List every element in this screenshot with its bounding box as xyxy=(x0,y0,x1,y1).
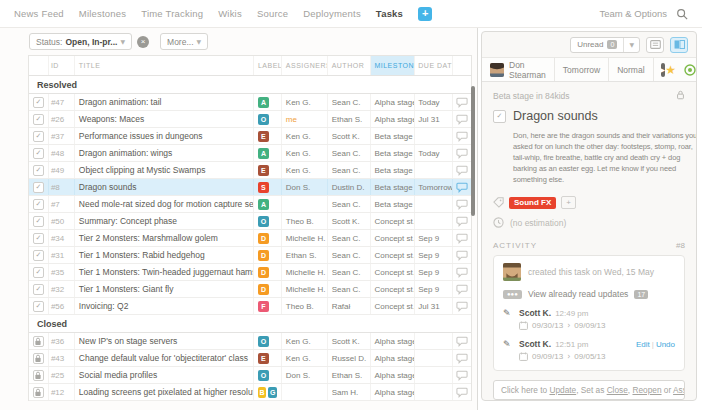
team-options-link[interactable]: Team & Options xyxy=(599,8,667,19)
comment-icon[interactable] xyxy=(453,333,471,349)
breadcrumb-text[interactable]: Beta stage in 84kids xyxy=(493,91,570,101)
row-checkbox[interactable]: ✓ xyxy=(33,182,44,193)
task-id: #31 xyxy=(49,247,75,263)
more-filters-button[interactable]: More... ▼ xyxy=(160,33,208,50)
row-checkbox[interactable]: ✓ xyxy=(33,97,44,108)
composer-link[interactable]: Assign to me xyxy=(673,385,685,395)
row-checkbox[interactable]: ✓ xyxy=(33,353,44,364)
task-row[interactable]: ✓ #8 Dragon sounds S Don S. Dustin D. Be… xyxy=(29,179,471,196)
column-header-due-date[interactable]: DUE DATE xyxy=(415,56,453,75)
comment-icon[interactable] xyxy=(453,298,471,314)
row-checkbox[interactable]: ✓ xyxy=(33,216,44,227)
comment-icon[interactable] xyxy=(453,145,471,161)
row-checkbox[interactable]: ✓ xyxy=(33,148,44,159)
comment-icon[interactable] xyxy=(453,281,471,297)
column-header-milestone[interactable]: MILESTONE xyxy=(371,56,415,75)
watching-icon[interactable] xyxy=(684,64,696,76)
composer-link[interactable]: Close xyxy=(607,385,628,395)
comment-icon[interactable] xyxy=(453,196,471,212)
task-id: #34 xyxy=(49,230,75,246)
column-header-labels[interactable]: LABELS xyxy=(254,56,282,75)
task-row[interactable]: ✓ #32 Tier 1 Monsters: Giant fly D Miche… xyxy=(29,281,471,298)
row-checkbox[interactable]: ✓ xyxy=(33,233,44,244)
row-checkbox[interactable]: ✓ xyxy=(33,131,44,142)
row-checkbox[interactable]: ✓ xyxy=(33,199,44,210)
nav-item-news-feed[interactable]: News Feed xyxy=(14,8,64,19)
add-tag-button[interactable]: + xyxy=(561,196,576,209)
comment-icon[interactable] xyxy=(453,264,471,280)
column-header-author[interactable]: AUTHOR xyxy=(328,56,372,75)
assignee-button[interactable]: Don Stearman xyxy=(482,58,555,81)
row-checkbox[interactable]: ✓ xyxy=(33,336,44,347)
comment-icon[interactable] xyxy=(453,179,471,195)
task-row[interactable]: ✓ #7 Need mole-rat sized dog for motion … xyxy=(29,196,471,213)
search-icon[interactable] xyxy=(676,8,688,20)
nav-item-milestones[interactable]: Milestones xyxy=(79,8,126,19)
comment-icon[interactable] xyxy=(453,384,471,400)
estimation-row[interactable]: (no estimation) xyxy=(493,217,685,228)
row-checkbox[interactable]: ✓ xyxy=(33,114,44,125)
column-header-assigners[interactable]: ASSIGNERS xyxy=(282,56,328,75)
edit-link[interactable]: Edit xyxy=(636,340,650,349)
card-view-toggle[interactable] xyxy=(646,37,664,53)
scrollbar-thumb[interactable] xyxy=(471,86,475,216)
star-icon[interactable]: ★ xyxy=(665,63,676,77)
task-row[interactable]: ✓ #26 Weapons: Maces O me Ethan S. Alpha… xyxy=(29,111,471,128)
row-checkbox[interactable]: ✓ xyxy=(33,284,44,295)
task-row[interactable]: ✓ #43 Change default value for 'objectit… xyxy=(29,350,471,367)
row-checkbox[interactable]: ✓ xyxy=(33,370,44,381)
comment-icon[interactable] xyxy=(453,213,471,229)
task-row[interactable]: ✓ #31 Tier 1 Monsters: Rabid hedgehog D … xyxy=(29,247,471,264)
task-id: #49 xyxy=(49,162,75,178)
task-row[interactable]: ✓ #48 Dragon animation: wings A Ken G. S… xyxy=(29,145,471,162)
task-id: #7 xyxy=(49,196,75,212)
read-updates-link[interactable]: View already read updates xyxy=(528,289,629,299)
nav-item-wikis[interactable]: Wikis xyxy=(218,8,242,19)
more-updates-button[interactable]: ●●● xyxy=(503,290,522,299)
split-view-toggle[interactable] xyxy=(670,37,688,53)
task-title-checkbox[interactable]: ✓ xyxy=(493,110,506,123)
task-row[interactable]: ✓ #47 Dragon animation: tail A Ken G. Se… xyxy=(29,94,471,111)
task-row[interactable]: ✓ #35 Tier 1 Monsters: Twin-headed jugge… xyxy=(29,264,471,281)
task-row[interactable]: ✓ #49 Object clipping at Mystic Swamps E… xyxy=(29,162,471,179)
status-filter-button[interactable]: Status: Open, In-pr... ▼ xyxy=(29,33,132,50)
comment-icon[interactable] xyxy=(453,230,471,246)
clear-filter-button[interactable]: × xyxy=(137,36,149,48)
nav-item-source[interactable]: Source xyxy=(257,8,288,19)
task-row[interactable]: ✓ #25 Social media profiles O Don S. Eth… xyxy=(29,367,471,384)
label-chip-A: A xyxy=(258,199,269,210)
tag-chip[interactable]: Sound FX xyxy=(509,197,556,209)
composer-link[interactable]: Update xyxy=(549,385,576,395)
row-checkbox[interactable]: ✓ xyxy=(33,250,44,261)
comment-icon[interactable] xyxy=(453,128,471,144)
undo-link[interactable]: Undo xyxy=(656,340,675,349)
add-task-button[interactable]: + xyxy=(418,7,432,21)
task-row[interactable]: ✓ #56 Invoicing: Q2 F Theo B. Rafał Conc… xyxy=(29,298,471,315)
update-composer[interactable]: Click here to Update, Set as Close, Reop… xyxy=(493,380,685,400)
nav-item-tasks[interactable]: Tasks xyxy=(376,8,403,19)
row-checkbox[interactable]: ✓ xyxy=(33,267,44,278)
task-row[interactable]: ✓ #50 Summary: Concept phase O Theo B. S… xyxy=(29,213,471,230)
comment-icon[interactable] xyxy=(453,111,471,127)
comment-icon[interactable] xyxy=(453,162,471,178)
task-row[interactable]: ✓ #34 Tier 2 Monsters: Marshmallow golem… xyxy=(29,230,471,247)
task-row[interactable]: ✓ #12 Loading screens get pixelated at h… xyxy=(29,384,471,401)
task-row[interactable]: ✓ #36 New IP's on stage servers O Ken G.… xyxy=(29,333,471,350)
row-checkbox[interactable]: ✓ xyxy=(33,301,44,312)
comment-icon[interactable] xyxy=(453,367,471,383)
comment-icon[interactable] xyxy=(453,94,471,110)
column-header-title[interactable]: TITLE xyxy=(75,56,254,75)
comment-icon[interactable] xyxy=(453,350,471,366)
row-checkbox[interactable]: ✓ xyxy=(33,387,44,398)
composer-link[interactable]: Reopen xyxy=(632,385,661,395)
nav-item-deployments[interactable]: Deployments xyxy=(303,8,361,19)
entry-date-from: 09/30/13 xyxy=(532,321,563,330)
unread-button[interactable]: Unread 0 ▼ xyxy=(570,37,640,53)
due-date-button[interactable]: Tomorrow xyxy=(555,58,609,81)
row-checkbox[interactable]: ✓ xyxy=(33,165,44,176)
comment-icon[interactable] xyxy=(453,247,471,263)
nav-item-time-tracking[interactable]: Time Tracking xyxy=(141,8,203,19)
column-header-id[interactable]: ID xyxy=(49,56,75,75)
task-row[interactable]: ✓ #37 Performance issues in dungeons E K… xyxy=(29,128,471,145)
priority-button[interactable]: Normal xyxy=(609,58,653,81)
